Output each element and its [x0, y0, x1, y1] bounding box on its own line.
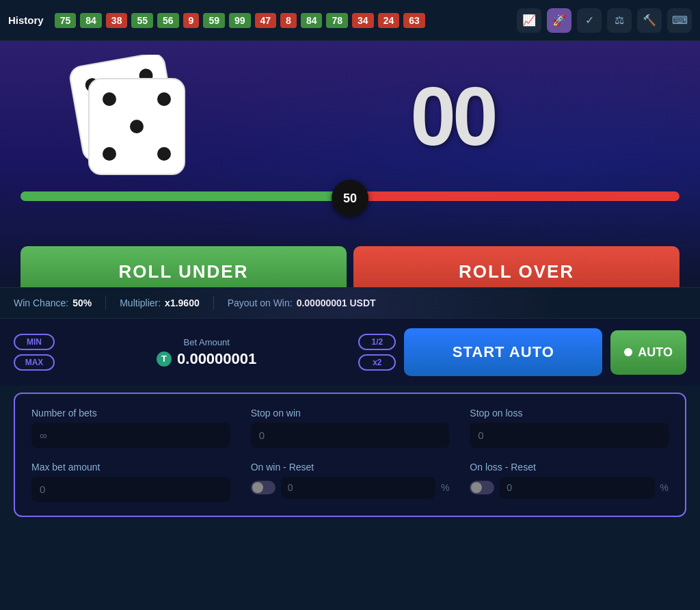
keyboard-icon[interactable]: ⌨ — [667, 8, 692, 33]
num-bets-field: Number of bets — [31, 408, 230, 448]
history-number[interactable]: 75 — [55, 13, 77, 28]
stop-win-label: Stop on win — [251, 408, 450, 419]
svg-point-11 — [103, 147, 116, 161]
win-chance-value: 50% — [72, 297, 92, 308]
header-icons: 📈 🚀 ✓ ⚖ 🔨 ⌨ — [517, 8, 692, 33]
auto-grid: Number of bets Stop on win Stop on loss … — [31, 408, 669, 502]
history-number[interactable]: 9 — [183, 13, 200, 28]
score-display: 00 — [226, 75, 679, 157]
history-number[interactable]: 38 — [106, 13, 128, 28]
num-bets-label: Number of bets — [31, 408, 230, 419]
svg-point-12 — [157, 147, 171, 161]
stop-win-input[interactable] — [251, 423, 450, 448]
game-content: 00 — [21, 55, 679, 178]
game-area: 00 50 ROLL UNDER ROLL OVER — [0, 41, 700, 287]
payout-stat: Payout on Win: 0.00000001 USDT — [228, 297, 376, 308]
history-number[interactable]: 8 — [280, 13, 297, 28]
max-bet-field: Max bet amount — [31, 462, 230, 502]
on-win-label: On win - Reset — [251, 462, 450, 473]
shield-icon[interactable]: ✓ — [577, 8, 602, 33]
fraction-buttons: 1/2 x2 — [358, 334, 396, 371]
bet-amount-label: Bet Amount — [63, 337, 350, 347]
slider-green-portion — [21, 191, 350, 201]
on-win-input[interactable] — [281, 477, 435, 499]
history-number[interactable]: 63 — [403, 13, 425, 28]
history-number[interactable]: 78 — [326, 13, 348, 28]
on-loss-control: % — [470, 477, 669, 499]
slider-track: 50 — [21, 191, 679, 205]
roll-buttons: ROLL UNDER ROLL OVER — [21, 246, 679, 287]
history-number[interactable]: 59 — [203, 13, 225, 28]
max-bet-input[interactable] — [31, 477, 230, 502]
stop-loss-input[interactable] — [470, 423, 669, 448]
svg-point-10 — [130, 120, 144, 133]
svg-point-9 — [157, 92, 171, 106]
stop-win-field: Stop on win — [251, 408, 450, 448]
half-button[interactable]: 1/2 — [358, 334, 396, 350]
svg-point-8 — [103, 92, 116, 106]
on-loss-percent: % — [660, 482, 669, 493]
auto-dot — [624, 348, 632, 356]
min-max-buttons: MIN MAX — [14, 334, 55, 371]
score-number: 00 — [410, 75, 494, 157]
on-win-control: % — [251, 477, 450, 499]
num-bets-input[interactable] — [31, 423, 230, 448]
on-loss-label: On loss - Reset — [470, 462, 669, 473]
history-number[interactable]: 24 — [378, 13, 400, 28]
stat-divider-1 — [105, 296, 106, 310]
history-number[interactable]: 84 — [301, 13, 323, 28]
history-number[interactable]: 55 — [131, 13, 153, 28]
bet-amount-number: 0.00000001 — [177, 350, 256, 368]
auto-label: AUTO — [638, 345, 673, 360]
dice-area — [21, 55, 226, 178]
payout-value: 0.00000001 USDT — [297, 297, 376, 308]
stat-divider-2 — [213, 296, 214, 310]
on-win-toggle[interactable] — [251, 481, 275, 494]
win-chance-label: Win Chance: — [14, 297, 68, 308]
multiplier-stat: Multiplier: x1.9600 — [120, 297, 200, 308]
max-bet-label: Max bet amount — [31, 462, 230, 473]
bet-amount-display: T 0.00000001 — [63, 350, 350, 368]
roll-under-button[interactable]: ROLL UNDER — [21, 246, 347, 287]
on-win-field: On win - Reset % — [251, 462, 450, 502]
bet-row: MIN MAX Bet Amount T 0.00000001 1/2 x2 S… — [0, 319, 700, 386]
min-button[interactable]: MIN — [14, 334, 55, 350]
rocket-icon[interactable]: 🚀 — [547, 8, 571, 33]
stop-loss-label: Stop on loss — [470, 408, 669, 419]
history-number[interactable]: 47 — [255, 13, 277, 28]
multiplier-label: Multiplier: — [120, 297, 161, 308]
scale-icon[interactable]: ⚖ — [607, 8, 632, 33]
history-number[interactable]: 56 — [157, 13, 179, 28]
stop-loss-field: Stop on loss — [470, 408, 669, 448]
chart-icon[interactable]: 📈 — [517, 8, 541, 33]
history-number[interactable]: 99 — [229, 13, 251, 28]
on-loss-input[interactable] — [500, 477, 654, 499]
payout-label: Payout on Win: — [228, 297, 293, 308]
history-bar: History 7584385556959994788478342463 📈 🚀… — [0, 0, 700, 41]
slider-red-portion — [350, 191, 679, 201]
auto-panel: Number of bets Stop on win Stop on loss … — [14, 393, 686, 517]
auto-button[interactable]: AUTO — [610, 330, 686, 375]
bet-input-area: Bet Amount T 0.00000001 — [63, 337, 350, 368]
max-button[interactable]: MAX — [14, 354, 55, 371]
double-button[interactable]: x2 — [358, 354, 396, 371]
multiplier-value: x1.9600 — [165, 297, 200, 308]
gavel-icon[interactable]: 🔨 — [637, 8, 662, 33]
on-win-percent: % — [441, 482, 449, 493]
history-label: History — [8, 14, 44, 26]
history-number[interactable]: 84 — [80, 13, 102, 28]
win-chance-stat: Win Chance: 50% — [14, 297, 92, 308]
history-number[interactable]: 34 — [352, 13, 374, 28]
roll-over-button[interactable]: ROLL OVER — [353, 246, 679, 287]
on-loss-toggle[interactable] — [470, 481, 494, 494]
slider-thumb[interactable]: 50 — [332, 180, 368, 217]
stats-bar: Win Chance: 50% Multiplier: x1.9600 Payo… — [0, 287, 700, 319]
tether-icon: T — [157, 352, 172, 367]
history-numbers: 7584385556959994788478342463 — [55, 13, 511, 28]
on-loss-field: On loss - Reset % — [470, 462, 669, 502]
slider-area[interactable]: 50 — [21, 191, 679, 205]
start-auto-button[interactable]: START AUTO — [404, 328, 602, 376]
